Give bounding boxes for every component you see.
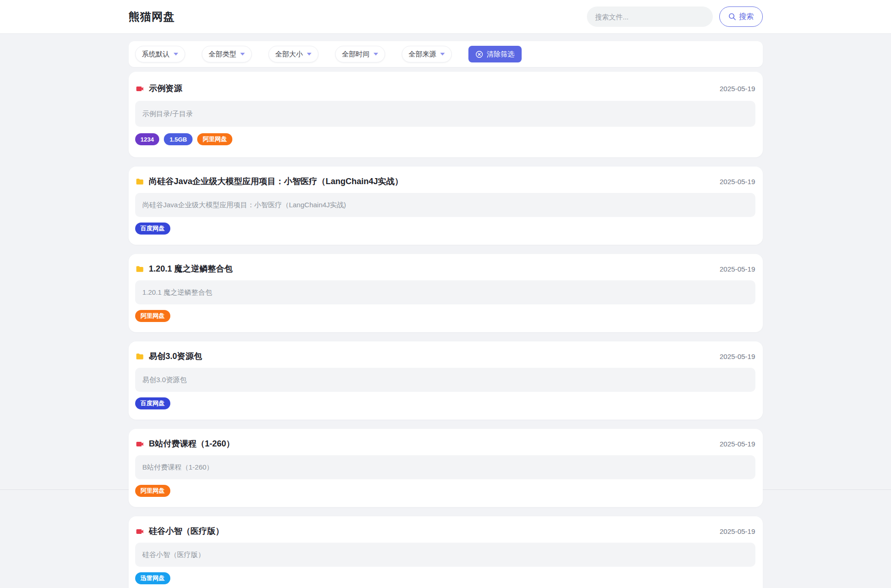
clear-filters-button[interactable]: 清除筛选	[468, 46, 522, 62]
source-badge: 百度网盘	[135, 397, 170, 409]
filter-dropdown-label: 系统默认	[142, 50, 170, 59]
result-card[interactable]: 尚硅谷Java企业级大模型应用项目：小智医疗（LangChain4J实战）202…	[129, 167, 763, 245]
video-icon	[135, 84, 144, 93]
source-badge: 阿里网盘	[135, 310, 170, 322]
result-date: 2025-05-19	[720, 353, 755, 360]
result-date: 2025-05-19	[720, 85, 755, 93]
result-title: 尚硅谷Java企业级大模型应用项目：小智医疗（LangChain4J实战）	[149, 176, 403, 187]
filter-dropdown-1[interactable]: 全部类型	[202, 46, 252, 62]
filter-bar: 系统默认全部类型全部大小全部时间全部来源 清除筛选	[129, 41, 763, 67]
result-title: 易创3.0资源包	[149, 351, 202, 362]
source-badge: 阿里网盘	[135, 485, 170, 497]
filter-dropdown-label: 全部类型	[209, 50, 237, 59]
result-card[interactable]: B站付费课程（1-260）2025-05-19B站付费课程（1-260）阿里网盘	[129, 429, 763, 507]
result-title: B站付费课程（1-260）	[149, 438, 235, 450]
result-title: 示例资源	[149, 83, 182, 94]
filter-dropdown-3[interactable]: 全部时间	[335, 46, 385, 62]
result-date: 2025-05-19	[720, 527, 755, 535]
filter-dropdown-label: 全部来源	[409, 50, 436, 59]
result-title: 1.20.1 魔之逆鳞整合包	[149, 263, 233, 275]
result-card[interactable]: 示例资源2025-05-19示例目录/子目录12341.5GB阿里网盘	[129, 72, 763, 157]
result-card-header: 1.20.1 魔之逆鳞整合包2025-05-19	[135, 263, 755, 275]
filter-dropdown-label: 全部大小	[275, 50, 303, 59]
chevron-down-icon	[307, 53, 312, 56]
filter-dropdown-2[interactable]: 全部大小	[268, 46, 318, 62]
result-card-header: 易创3.0资源包2025-05-19	[135, 351, 755, 362]
result-card[interactable]: 硅谷小智（医疗版）2025-05-19硅谷小智（医疗版）迅雷网盘	[129, 516, 763, 588]
result-card-header: 硅谷小智（医疗版）2025-05-19	[135, 526, 755, 537]
result-snippet: 示例目录/子目录	[135, 101, 755, 127]
result-snippet: B站付费课程（1-260）	[135, 455, 755, 479]
results-list: 示例资源2025-05-19示例目录/子目录12341.5GB阿里网盘尚硅谷Ja…	[129, 72, 763, 588]
badge-row: 阿里网盘	[135, 310, 755, 322]
search-button[interactable]: 搜索	[719, 6, 763, 27]
filter-dropdown-0[interactable]: 系统默认	[135, 46, 185, 62]
result-card[interactable]: 1.20.1 魔之逆鳞整合包2025-05-191.20.1 魔之逆鳞整合包阿里…	[129, 254, 763, 332]
result-card-header: 尚硅谷Java企业级大模型应用项目：小智医疗（LangChain4J实战）202…	[135, 176, 755, 187]
result-snippet: 尚硅谷Java企业级大模型应用项目：小智医疗（LangChain4J实战)	[135, 193, 755, 217]
source-badge: 1.5GB	[164, 133, 193, 145]
result-card-header: 示例资源2025-05-19	[135, 83, 755, 94]
video-icon	[135, 439, 144, 449]
search-icon	[728, 12, 736, 21]
result-card-header: B站付费课程（1-260）2025-05-19	[135, 438, 755, 450]
result-date: 2025-05-19	[720, 265, 755, 273]
video-icon	[135, 527, 144, 536]
badge-row: 百度网盘	[135, 223, 755, 235]
result-snippet: 易创3.0资源包	[135, 368, 755, 392]
chevron-down-icon	[174, 53, 178, 56]
chevron-down-icon	[440, 53, 445, 56]
clear-filters-label: 清除筛选	[487, 50, 515, 59]
badge-row: 12341.5GB阿里网盘	[135, 133, 755, 145]
result-date: 2025-05-19	[720, 440, 755, 448]
folder-icon	[135, 265, 144, 274]
app-logo: 熊猫网盘	[129, 9, 175, 24]
result-snippet: 1.20.1 魔之逆鳞整合包	[135, 280, 755, 304]
source-badge: 1234	[135, 133, 160, 145]
filter-dropdown-4[interactable]: 全部来源	[402, 46, 452, 62]
clear-circle-x-icon	[475, 50, 483, 58]
main-content: 系统默认全部类型全部大小全部时间全部来源 清除筛选 示例资源2025-05-19…	[129, 41, 763, 588]
filter-dropdown-label: 全部时间	[342, 50, 370, 59]
folder-icon	[135, 352, 144, 361]
badge-row: 迅雷网盘	[135, 572, 755, 584]
source-badge: 百度网盘	[135, 223, 170, 235]
chevron-down-icon	[240, 53, 245, 56]
chevron-down-icon	[374, 53, 378, 56]
source-badge: 阿里网盘	[197, 133, 232, 145]
result-title: 硅谷小智（医疗版）	[149, 526, 224, 537]
folder-icon	[135, 177, 144, 186]
result-snippet: 硅谷小智（医疗版）	[135, 543, 755, 567]
app-header: 熊猫网盘 搜索	[0, 0, 891, 34]
badge-row: 阿里网盘	[135, 485, 755, 497]
search-button-label: 搜索	[739, 12, 754, 22]
search-input[interactable]	[587, 6, 713, 27]
header-inner: 熊猫网盘 搜索	[129, 6, 763, 27]
result-date: 2025-05-19	[720, 178, 755, 186]
badge-row: 百度网盘	[135, 397, 755, 409]
source-badge: 迅雷网盘	[135, 572, 170, 584]
search-area: 搜索	[587, 6, 763, 27]
result-card[interactable]: 易创3.0资源包2025-05-19易创3.0资源包百度网盘	[129, 341, 763, 420]
